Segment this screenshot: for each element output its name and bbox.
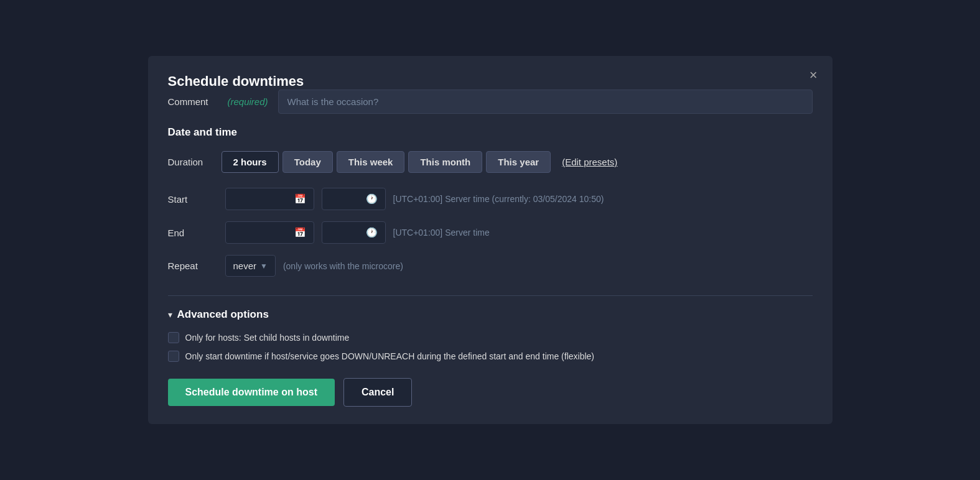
duration-row: Duration 2 hours Today This week This mo… (168, 151, 813, 173)
actions-row: Schedule downtime on host Cancel (168, 378, 813, 407)
repeat-note: (only works with the microcore) (283, 261, 403, 271)
repeat-select[interactable]: never ▼ (225, 255, 276, 277)
start-date-input-wrap: 05.03.2024 📅 (225, 188, 314, 210)
cancel-button[interactable]: Cancel (343, 378, 412, 407)
divider (168, 295, 813, 296)
preset-today-button[interactable]: Today (282, 151, 333, 173)
preset-2hours-button[interactable]: 2 hours (222, 151, 279, 173)
start-time-input-wrap: 10:50 🕐 (322, 188, 386, 210)
edit-presets-button[interactable]: (Edit presets) (554, 152, 625, 172)
end-timezone-note: [UTC+01:00] Server time (393, 228, 490, 238)
calendar-icon[interactable]: 📅 (294, 193, 306, 205)
end-time-input[interactable]: 12:50 (330, 228, 361, 238)
advanced-toggle[interactable]: ▾ Advanced options (168, 308, 813, 321)
end-row: End 05.03.2024 📅 12:50 🕐 [UTC+01:00] Ser… (168, 221, 813, 244)
comment-required: (required) (228, 96, 268, 107)
chevron-down-icon: ▾ (168, 310, 172, 320)
duration-label: Duration (168, 157, 218, 167)
repeat-row: Repeat never ▼ (only works with the micr… (168, 255, 813, 277)
modal: Schedule downtimes × Comment (required) … (148, 56, 833, 424)
end-calendar-icon[interactable]: 📅 (294, 227, 306, 238)
checkbox-flexible-label: Only start downtime if host/service goes… (185, 351, 595, 361)
chevron-down-icon: ▼ (260, 262, 268, 270)
modal-title: Schedule downtimes (168, 73, 304, 89)
end-clock-icon[interactable]: 🕐 (366, 227, 378, 238)
checkbox-child-hosts-label: Only for hosts: Set child hosts in downt… (185, 333, 350, 343)
checkbox-row-2: Only start downtime if host/service goes… (168, 351, 813, 362)
checkbox-flexible[interactable] (168, 351, 179, 362)
end-date-input[interactable]: 05.03.2024 (233, 228, 289, 238)
schedule-downtime-button[interactable]: Schedule downtime on host (168, 379, 335, 406)
start-date-input[interactable]: 05.03.2024 (233, 194, 289, 205)
repeat-label: Repeat (168, 261, 218, 271)
preset-thismonth-button[interactable]: This month (408, 151, 482, 173)
preset-thisyear-button[interactable]: This year (486, 151, 551, 173)
start-time-input[interactable]: 10:50 (330, 194, 361, 205)
section-date-time: Date and time (168, 126, 813, 139)
comment-input[interactable] (278, 90, 813, 114)
end-label: End (168, 228, 218, 238)
start-label: Start (168, 194, 218, 205)
advanced-options-title: Advanced options (177, 308, 269, 321)
preset-thisweek-button[interactable]: This week (337, 151, 405, 173)
end-time-input-wrap: 12:50 🕐 (322, 221, 386, 244)
comment-label: Comment (168, 96, 218, 107)
start-row: Start 05.03.2024 📅 10:50 🕐 [UTC+01:00] S… (168, 188, 813, 210)
close-button[interactable]: × (810, 68, 818, 82)
checkbox-child-hosts[interactable] (168, 332, 179, 343)
checkbox-row-1: Only for hosts: Set child hosts in downt… (168, 332, 813, 343)
repeat-value: never (233, 261, 257, 271)
start-timezone-note: [UTC+01:00] Server time (currently: 03/0… (393, 194, 604, 204)
end-date-input-wrap: 05.03.2024 📅 (225, 221, 314, 244)
clock-icon[interactable]: 🕐 (366, 193, 378, 205)
comment-row: Comment (required) (168, 90, 813, 114)
